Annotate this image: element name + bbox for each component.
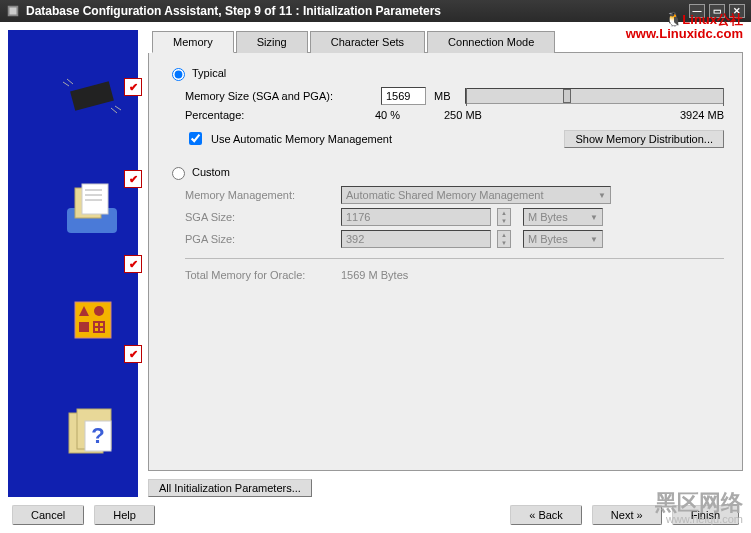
total-memory-value: 1569 M Bytes [341, 269, 408, 281]
svg-line-6 [111, 108, 117, 113]
svg-rect-1 [10, 8, 17, 15]
close-button[interactable]: ✕ [729, 4, 745, 18]
maximize-button[interactable]: ▭ [709, 4, 725, 18]
typical-label: Typical [192, 67, 226, 79]
step-icon-docs [52, 178, 132, 238]
back-button[interactable]: « Back [510, 505, 582, 525]
step-icon-chip [52, 66, 132, 126]
main-panel: Memory Sizing Character Sets Connection … [148, 30, 743, 497]
pga-unit-dropdown: M Bytes ▼ [523, 230, 603, 248]
svg-text:?: ? [91, 423, 104, 448]
step-icon-help: ? [52, 401, 132, 461]
svg-line-5 [115, 106, 121, 110]
total-memory-label: Total Memory for Oracle: [185, 269, 335, 281]
pga-spinner: ▲▼ [497, 230, 511, 248]
tab-connection-mode[interactable]: Connection Mode [427, 31, 555, 53]
slider-max: 3924 MB [680, 109, 724, 121]
window-title: Database Configuration Assistant, Step 9… [26, 4, 441, 18]
memory-panel: Typical Memory Size (SGA and PGA): MB [148, 53, 743, 471]
show-memory-distribution-button[interactable]: Show Memory Distribution... [564, 130, 724, 148]
tab-character-sets[interactable]: Character Sets [310, 31, 425, 53]
step-check-2: ✔ [124, 170, 142, 188]
svg-rect-2 [70, 81, 114, 111]
custom-radio[interactable] [172, 167, 185, 180]
chevron-left-icon: « [529, 509, 538, 521]
title-bar: Database Configuration Assistant, Step 9… [0, 0, 751, 22]
step-check-3: ✔ [124, 255, 142, 273]
memory-size-unit: MB [434, 90, 451, 102]
use-auto-memory-checkbox[interactable] [189, 132, 202, 145]
svg-line-4 [67, 79, 73, 84]
percentage-label: Percentage: [185, 109, 375, 121]
sga-size-input [341, 208, 491, 226]
chevron-down-icon: ▼ [590, 213, 598, 222]
chevron-down-icon: ▼ [598, 191, 606, 200]
memory-size-input[interactable] [381, 87, 426, 105]
tab-memory[interactable]: Memory [152, 31, 234, 53]
slider-min: 250 MB [444, 109, 482, 121]
percentage-value: 40 % [375, 109, 430, 121]
help-button[interactable]: Help [94, 505, 155, 525]
wizard-footer: Cancel Help « Back Next » Finish [8, 497, 743, 525]
wizard-sidebar: ✔ ✔ [8, 30, 138, 497]
tab-bar: Memory Sizing Character Sets Connection … [152, 30, 743, 53]
all-initialization-parameters-button[interactable]: All Initialization Parameters... [148, 479, 312, 497]
finish-button[interactable]: Finish [672, 505, 739, 525]
memory-size-label: Memory Size (SGA and PGA): [185, 90, 375, 102]
svg-line-3 [63, 82, 69, 86]
sga-spinner: ▲▼ [497, 208, 511, 226]
sga-size-label: SGA Size: [185, 211, 335, 223]
chevron-down-icon: ▼ [590, 235, 598, 244]
chevron-right-icon: » [633, 509, 642, 521]
custom-label: Custom [192, 166, 230, 178]
next-button[interactable]: Next » [592, 505, 662, 525]
use-auto-memory-label: Use Automatic Memory Management [211, 133, 392, 145]
cancel-button[interactable]: Cancel [12, 505, 84, 525]
pga-size-label: PGA Size: [185, 233, 335, 245]
memory-management-dropdown: Automatic Shared Memory Management ▼ [341, 186, 611, 204]
memory-size-slider[interactable] [465, 88, 725, 104]
tab-sizing[interactable]: Sizing [236, 31, 308, 53]
svg-rect-9 [82, 184, 108, 214]
step-check-4: ✔ [124, 345, 142, 363]
svg-point-15 [94, 306, 104, 316]
pga-size-input [341, 230, 491, 248]
typical-radio[interactable] [172, 68, 185, 81]
step-icon-shapes [52, 289, 132, 349]
step-check-1: ✔ [124, 78, 142, 96]
svg-rect-16 [79, 322, 89, 332]
minimize-button[interactable]: — [689, 4, 705, 18]
sga-unit-dropdown: M Bytes ▼ [523, 208, 603, 226]
app-icon [6, 4, 20, 18]
memory-management-label: Memory Management: [185, 189, 335, 201]
